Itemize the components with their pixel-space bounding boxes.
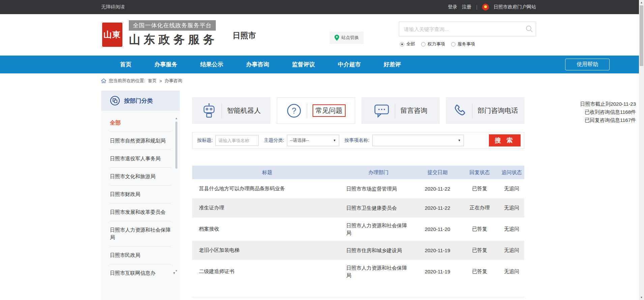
department-item[interactable]: 日照市民政局 — [110, 246, 171, 264]
sidebar-scroll-thumb[interactable] — [175, 122, 177, 169]
row-title[interactable]: 二级建造师证书 — [192, 260, 342, 283]
row-followup-status: 无追问 — [499, 241, 524, 260]
table-row[interactable]: 莒县什么地方可以办理商品条形码业务 日照市市场监督管理局 2020-11-22 … — [192, 179, 524, 198]
divider: | — [476, 4, 477, 10]
sidebar-scrollbar[interactable]: ▲ ▼ — [175, 117, 178, 272]
scroll-up-icon[interactable]: ▲ — [639, 1, 644, 4]
department-item-label: 日照市互联网信息办 — [110, 270, 155, 276]
scope-power-items[interactable]: 权力事项 — [421, 41, 445, 47]
nav-items: 首页 办事服务 结果公示 办事咨询 监督评议 中介超市 好差评 — [109, 56, 412, 73]
department-item[interactable]: 日照市发展和改革委员会 — [110, 203, 171, 221]
table-header-row: 标题 办理部门 提交日期 回复状态 追问状态 — [192, 166, 524, 179]
nav-item-rating[interactable]: 好差评 — [372, 56, 412, 73]
site-name: 山东政务服务 — [129, 32, 218, 47]
tab-smart-robot[interactable]: 智能机器人 — [192, 97, 270, 124]
nav-item-supervision[interactable]: 监督评议 — [281, 56, 326, 73]
title-filter-input[interactable] — [215, 135, 259, 146]
stats-line-received: 已收到咨询信息1168件 — [580, 108, 636, 116]
main-nav: 首页 办事服务 结果公示 办事咨询 监督评议 中介超市 好差评 使用帮助 — [0, 56, 644, 73]
site-switch-button[interactable]: 站点切换 — [330, 32, 363, 44]
topic-select[interactable]: --请选择-- ▼ — [287, 135, 339, 146]
item-name-select[interactable]: ▼ — [372, 135, 464, 146]
department-item[interactable]: 日照市退役军人事务局 — [110, 150, 171, 168]
tab-department-phone-label: 部门咨询电话 — [478, 106, 518, 115]
department-item[interactable]: 日照市人力资源和社会保障局 — [110, 221, 171, 246]
department-category-icon — [110, 96, 120, 106]
page-scrollbar[interactable]: ▲ ▼ — [639, 0, 644, 300]
search-scope-radios: 全部 权力事项 服务事项 — [400, 41, 475, 47]
row-followup-status: 无追问 — [499, 198, 524, 218]
question-icon: ? — [287, 103, 301, 118]
topic-select-value: --请选择-- — [290, 137, 309, 143]
table-row[interactable]: 档案接收 日照市人力资源和社会保障局 2020-11-20 已答复 无追问 — [192, 218, 524, 241]
help-button[interactable]: 使用帮助 — [565, 59, 610, 70]
register-link[interactable]: 注册 — [462, 4, 471, 10]
sidebar-header: 按部门分类 — [101, 91, 180, 111]
row-date: 2020-11-22 — [415, 179, 460, 198]
title-filter-label: 按标题: — [197, 137, 213, 143]
scope-all[interactable]: 全部 — [400, 41, 415, 47]
row-department: 日照市市场监督管理局 — [342, 179, 415, 198]
row-followup-status: 无追问 — [499, 179, 524, 198]
tab-department-phone[interactable]: 部门咨询电话 — [446, 97, 524, 124]
filter-search-button[interactable]: 搜 索 — [489, 134, 521, 146]
account-links: 登录 注册 | ★ 日照市政府门户网站 — [448, 4, 536, 10]
login-link[interactable]: 登录 — [448, 4, 457, 10]
row-reply-status: 已答复 — [460, 218, 499, 241]
platform-tagline: 全国一体化在线政务服务平台 — [129, 20, 216, 31]
department-item[interactable]: 日照市财政局 — [110, 186, 171, 203]
shandong-seal-logo: 山東 — [101, 22, 123, 48]
row-department: 日照市人力资源和社会保障局 — [342, 218, 415, 241]
page-scroll-thumb[interactable] — [640, 5, 643, 66]
department-item-all[interactable]: 全部 — [110, 114, 171, 132]
col-reply-status: 回复状态 — [460, 166, 499, 179]
tab-faq[interactable]: ? 常见问题 — [277, 97, 355, 124]
row-title[interactable]: 老旧小区加装电梯 — [192, 241, 342, 260]
tab-message-consult[interactable]: 留言咨询 — [361, 97, 440, 124]
breadcrumb-prefix: 您当前所在的位置: — [109, 78, 145, 84]
department-item[interactable]: 日照市自然资源和规划局 — [110, 132, 171, 150]
radio-selected-icon[interactable] — [400, 42, 404, 46]
stats-line-date: 日照市截止到2020-11-23 — [580, 100, 636, 108]
message-icon — [374, 104, 389, 118]
row-date: 2020-11-22 — [415, 198, 460, 218]
home-icon — [101, 78, 106, 83]
table-row[interactable]: 准生证办理 日照市卫生健康委员会 2020-11-22 正在办理 无追问 — [192, 198, 524, 218]
nav-item-home[interactable]: 首页 — [109, 56, 143, 73]
scroll-down-icon[interactable]: ▼ — [639, 296, 644, 299]
scope-power-label: 权力事项 — [428, 41, 445, 47]
radio-icon[interactable] — [421, 42, 426, 46]
phone-icon — [452, 104, 467, 118]
table-row[interactable]: 二级建造师证书 日照市人力资源和社会保障局 2020-11-19 已答复 无追问 — [192, 260, 524, 283]
row-title[interactable]: 准生证办理 — [192, 198, 342, 218]
radio-icon[interactable] — [451, 42, 456, 46]
city-portal-link[interactable]: 日照市政府门户网站 — [494, 4, 536, 10]
nav-item-consult[interactable]: 办事咨询 — [235, 56, 281, 73]
row-department: 日照市住房和城乡建设局 — [342, 241, 415, 260]
row-title[interactable]: 档案接收 — [192, 218, 342, 241]
scope-service-items[interactable]: 服务事项 — [451, 41, 475, 47]
table-footer-divider — [192, 283, 524, 297]
row-date: 2020-11-20 — [415, 218, 460, 241]
nav-item-services[interactable]: 办事服务 — [143, 56, 189, 73]
department-item[interactable]: 日照市文化和旅游局 — [110, 168, 171, 186]
department-item[interactable]: 日照市互联网信息办 ▼ — [110, 264, 171, 282]
row-followup-status: 无追问 — [499, 260, 524, 283]
nav-item-results[interactable]: 结果公示 — [189, 56, 235, 73]
search-icon[interactable] — [523, 25, 536, 33]
breadcrumb-home[interactable]: 首页 — [148, 78, 157, 84]
main-content: 智能机器人 ? 常见问题 留言咨询 — [192, 97, 524, 297]
department-list: 全部 日照市自然资源和规划局 日照市退役军人事务局 日照市文化和旅游局 日照市财… — [101, 111, 180, 282]
nav-item-intermediary[interactable]: 中介超市 — [326, 56, 372, 73]
keyword-search-input[interactable] — [399, 26, 523, 32]
stats-line-replied: 已回复咨询信息1167件 — [580, 116, 636, 124]
tab-faq-label: 常见问题 — [313, 104, 346, 117]
scroll-up-icon[interactable]: ▲ — [175, 117, 178, 120]
accessibility-link[interactable]: 无障碍阅读 — [101, 4, 125, 10]
scroll-down-icon[interactable]: ▼ — [175, 269, 178, 272]
row-reply-status: 已答复 — [460, 260, 499, 283]
table-row[interactable]: 老旧小区加装电梯 日照市住房和城乡建设局 2020-11-19 已答复 无追问 — [192, 241, 524, 260]
row-title[interactable]: 莒县什么地方可以办理商品条形码业务 — [192, 179, 342, 198]
svg-text:?: ? — [292, 106, 296, 115]
card-divider — [472, 103, 472, 118]
